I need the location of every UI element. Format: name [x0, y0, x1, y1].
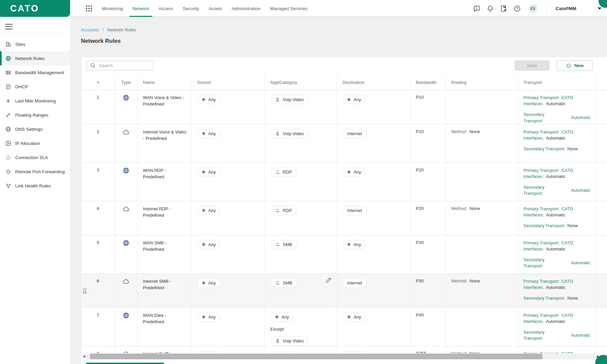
- nav-item-monitoring[interactable]: Monitoring: [102, 0, 123, 17]
- sidebar-item-network-rules[interactable]: Network Rules: [0, 51, 70, 65]
- table-row[interactable]: 2Internet Voice & Video - Predefined✱Any…: [81, 124, 607, 163]
- destination-pill[interactable]: ✱Any: [342, 168, 366, 177]
- table-row[interactable]: 3WAN RDP - Predefined✱AnyRDP✱AnyP20Prima…: [81, 163, 607, 201]
- cato-logo[interactable]: CATO: [0, 0, 70, 17]
- hamburger-menu-icon[interactable]: [5, 24, 13, 29]
- last-mile-icon: [5, 98, 11, 104]
- destination-cell: ✱Any: [337, 235, 411, 273]
- app-pill[interactable]: Voip Video: [270, 95, 308, 104]
- edit-pencil-icon[interactable]: [326, 277, 332, 284]
- scrollbar-thumb[interactable]: [90, 354, 542, 359]
- destination-pill[interactable]: ✱Any: [342, 95, 366, 104]
- app-pill[interactable]: RDP: [270, 168, 297, 177]
- horizontal-scrollbar[interactable]: ◀ ▶: [82, 353, 600, 359]
- source-pill[interactable]: ✱Any: [197, 278, 220, 288]
- source-pill[interactable]: ✱Any: [197, 206, 220, 215]
- content-area: Accounts / Network Rules Network Rules S…: [70, 17, 607, 364]
- row-extra-cell: [596, 124, 607, 162]
- sidebar-item-link-health-rules[interactable]: Link Health Rules: [0, 179, 70, 193]
- bandwidth-icon: [5, 69, 11, 76]
- nav-item-network[interactable]: Network: [132, 0, 149, 17]
- primary-transport-label: Primary Transport:: [523, 279, 559, 284]
- column-header-type: Type: [115, 75, 138, 90]
- apps-grid-icon[interactable]: [86, 5, 92, 12]
- nav-item-security[interactable]: Security: [183, 0, 199, 17]
- breadcrumb-accounts-link[interactable]: Accounts: [81, 27, 99, 32]
- new-starburst-icon: [566, 63, 571, 68]
- primary-transport-label: Primary Transport:: [523, 240, 559, 245]
- source-pill[interactable]: ✱Any: [197, 168, 220, 177]
- new-button[interactable]: New: [557, 60, 593, 71]
- scrollbar-track[interactable]: [86, 354, 596, 359]
- drag-handle[interactable]: [83, 289, 86, 294]
- alert-icon[interactable]: [473, 5, 481, 12]
- app-pill[interactable]: RDP: [270, 206, 297, 215]
- asterisk-icon: ✱: [275, 315, 279, 319]
- secondary-transport-value: None: [567, 223, 578, 228]
- destination-pill[interactable]: Internet: [342, 206, 367, 215]
- table-row[interactable]: 1WAN Voice & Video - Predefined✱AnyVoip …: [81, 90, 607, 124]
- table-row[interactable]: 5WAN SMB - Predefined✱AnySMB✱AnyP30Prima…: [81, 235, 607, 274]
- search-box[interactable]: [87, 61, 154, 70]
- source-pill-label: Any: [208, 131, 216, 136]
- except-label: Except: [270, 327, 284, 332]
- chat-widget-edge[interactable]: [86, 363, 164, 364]
- secondary-transport-label: Secondary Transport:: [523, 329, 555, 341]
- source-pill[interactable]: ✱Any: [197, 312, 220, 322]
- app-pill[interactable]: Voip Video: [270, 129, 308, 139]
- source-cell: ✱Any: [192, 124, 265, 162]
- sidebar-item-floating-ranges[interactable]: Floating Ranges: [0, 108, 70, 122]
- rule-name: WAN Data - Predefined: [138, 308, 192, 346]
- sidebar-item-dhcp[interactable]: DHCP: [0, 80, 70, 94]
- destination-pill[interactable]: ✱Any: [342, 312, 366, 322]
- release-notes-icon[interactable]: [500, 5, 508, 12]
- breadcrumb: Accounts / Network Rules: [81, 27, 136, 32]
- nav-item-access[interactable]: Access: [159, 0, 174, 17]
- help-icon[interactable]: ?: [513, 5, 521, 12]
- sidebar-item-remote-port-forwarding[interactable]: Remote Port Forwarding: [0, 164, 70, 179]
- save-button[interactable]: Save: [515, 60, 549, 71]
- table-row[interactable]: 4Internet RDP - Predefined✱AnyRDPInterne…: [81, 201, 607, 235]
- sidebar-item-ip-allocation[interactable]: IP Allocation: [0, 136, 70, 150]
- source-pill[interactable]: ✱Any: [197, 95, 220, 104]
- scroll-left-arrow[interactable]: ◀: [82, 353, 86, 359]
- table-row[interactable]: 6Internet SMB - Predefined✱AnySMBInterne…: [81, 274, 607, 308]
- account-dropdown-caret[interactable]: [598, 7, 602, 10]
- interfaces-value: Automatic: [546, 135, 566, 141]
- destination-pill[interactable]: ✱Any: [342, 240, 366, 249]
- internet-type-icon: [115, 274, 138, 307]
- search-input[interactable]: [98, 63, 150, 68]
- routing-cell: Method:None: [446, 124, 518, 162]
- nav-item-assets[interactable]: Assets: [209, 0, 222, 17]
- source-pill[interactable]: ✱Any: [197, 240, 220, 249]
- app-pill[interactable]: ✱Any: [270, 312, 294, 322]
- sidebar-item-bandwidth-management[interactable]: Bandwidth Management: [0, 65, 70, 80]
- app-category-cell: RDP: [265, 201, 337, 235]
- source-pill[interactable]: ✱Any: [197, 129, 220, 139]
- sidebar-item-label: Network Rules: [15, 56, 45, 61]
- primary-transport-value: CATO: [562, 168, 573, 173]
- sidebar-item-dns-settings[interactable]: DNS Settings: [0, 122, 70, 136]
- app-pill[interactable]: SMB: [270, 278, 297, 288]
- account-name[interactable]: CatoPMM: [556, 6, 577, 11]
- destination-pill-label: Internet: [347, 280, 362, 285]
- nav-item-managed-services[interactable]: Managed Services: [270, 0, 308, 17]
- sidebar-item-connection-sla[interactable]: Connection SLA: [0, 150, 70, 164]
- destination-pill-label: Any: [354, 242, 361, 247]
- nav-item-administration[interactable]: Administration: [232, 0, 261, 17]
- sidebar-item-label: DNS Settings: [15, 127, 42, 132]
- app-pill-label: Voip Video: [283, 131, 304, 136]
- sidebar-item-last-mile-monitoring[interactable]: Last Mile Monitoring: [0, 94, 70, 108]
- primary-transport-value: CATO: [562, 129, 573, 134]
- interfaces-value: Automatic: [546, 285, 566, 290]
- column-header-app-category: App/Category: [265, 75, 337, 90]
- sidebar-item-sites[interactable]: Sites: [0, 37, 70, 51]
- routing-cell: [446, 308, 518, 346]
- app-pill[interactable]: Voip Video: [270, 336, 308, 346]
- bell-icon[interactable]: [486, 5, 494, 12]
- destination-pill[interactable]: Internet: [342, 278, 367, 288]
- table-row[interactable]: 7WAN Data - Predefined✱Any✱AnyExceptVoip…: [81, 308, 607, 346]
- app-pill[interactable]: SMB: [270, 240, 297, 249]
- destination-pill[interactable]: Internet: [342, 129, 367, 139]
- user-avatar[interactable]: ES: [529, 4, 537, 13]
